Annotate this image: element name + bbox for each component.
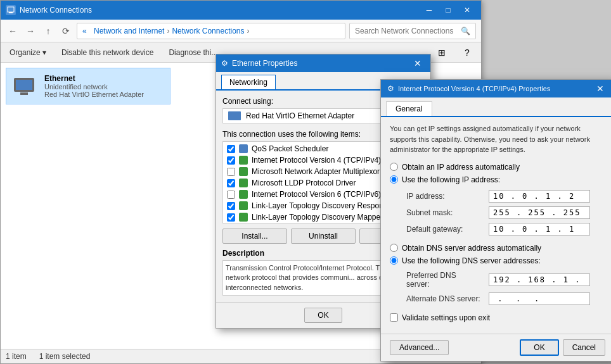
item-count: 1 item [6,352,27,361]
tcpip-close-button[interactable]: ✕ [593,82,608,95]
search-box[interactable]: 🔍 [349,23,476,39]
item-checkbox-ipv4[interactable] [227,156,235,165]
search-icon: 🔍 [461,27,470,35]
tcpip-icon: ⚙ [387,84,394,93]
subnet-mask-input[interactable] [489,206,590,219]
tcpip-ok-button[interactable]: OK [520,339,558,356]
disable-network-button[interactable]: Disable this network device [58,46,157,59]
use-dns-radio[interactable] [390,256,398,265]
install-button[interactable]: Install... [222,229,287,244]
dns-section: Obtain DNS server address automatically … [390,244,605,307]
eth-ok-button[interactable]: OK [304,308,342,323]
search-input[interactable] [355,27,457,35]
svg-rect-0 [8,7,14,12]
minimize-button[interactable]: ─ [420,4,438,16]
item-selected: 1 item selected [39,352,91,361]
obtain-dns-auto-label: Obtain DNS server address automatically [402,244,541,253]
use-dns-label: Use the following DNS server addresses: [402,256,541,265]
ip-address-input[interactable] [489,190,590,203]
dns-fields-table: Preferred DNS server: Alternate DNS serv… [402,269,611,307]
eth-dialog-close-button[interactable]: ✕ [410,57,425,70]
ip-address-label: IP address: [402,188,485,204]
window-title: Network Connections [20,6,92,15]
obtain-auto-radio[interactable] [390,163,398,171]
preferred-dns-label: Preferred DNS server: [402,269,485,291]
item-label-resp: Link-Layer Topology Discovery Responder [252,201,394,210]
tab-general[interactable]: General [386,101,432,116]
tcpip-content: You can get IP settings assigned automat… [381,117,611,334]
validate-checkbox[interactable] [390,313,398,322]
title-bar-left: Network Connections [6,5,92,15]
adapter-name: Ethernet [44,74,165,83]
address-bar: ← → ↑ ⟳ « Network and Internet › Network… [1,20,481,42]
window-title-bar: Network Connections ─ □ ✕ [1,1,481,20]
use-following-radio[interactable] [390,175,398,184]
adapter-icon [11,73,37,99]
item-label-lldp: Microsoft LLDP Protocol Driver [252,179,356,187]
tcpip-dialog: ⚙ Internet Protocol Version 4 (TCP/IPv4)… [380,79,611,361]
disable-label: Disable this network device [61,48,153,57]
breadcrumb-part2[interactable]: Network Connections [172,27,244,35]
default-gateway-input[interactable] [489,223,590,235]
item-checkbox-mapper[interactable] [227,213,235,222]
alternate-dns-input[interactable] [489,292,590,305]
tcpip-bottom-buttons: Advanced... OK Cancel [381,334,611,361]
item-icon-mapper [239,213,248,222]
validate-label: Validate settings upon exit [402,313,490,322]
breadcrumb[interactable]: « Network and Internet › Network Connect… [77,23,345,39]
help-button[interactable]: ? [458,44,476,61]
adapter-item[interactable]: Ethernet Unidentified network Red Hat Vi… [6,68,170,104]
item-icon-resp [239,201,248,210]
item-checkbox-resp[interactable] [227,202,235,210]
use-following-label: Use the following IP address: [402,175,500,184]
eth-dialog-title-bar: ⚙ Ethernet Properties ✕ [216,54,430,72]
tcpip-tab-strip: General [381,97,611,117]
refresh-button[interactable]: ⟳ [59,24,73,38]
item-icon-lldp [239,179,248,187]
up-button[interactable]: ↑ [41,24,55,38]
tcpip-title: Internet Protocol Version 4 (TCP/IPv4) P… [398,85,550,92]
tab-networking[interactable]: Networking [221,75,276,89]
obtain-auto-label: Obtain an IP address automatically [402,163,520,172]
uninstall-button[interactable]: Uninstall [291,229,356,244]
item-checkbox-lldp[interactable] [227,179,235,187]
monitor-icon [14,78,34,92]
item-label-qos: QoS Packet Scheduler [252,144,328,153]
tcpip-ok-cancel: OK Cancel [520,339,605,356]
advanced-button[interactable]: Advanced... [390,340,449,355]
alternate-dns-label: Alternate DNS server: [402,291,485,307]
use-following-radio-row[interactable]: Use the following IP address: [390,175,605,184]
view-icon-button[interactable]: ⊞ [433,44,451,61]
window-controls: ─ □ ✕ [420,4,476,16]
item-label-ipv4: Internet Protocol Version 4 (TCP/IPv4) [252,156,381,165]
breadcrumb-network: « [82,27,87,35]
close-button[interactable]: ✕ [458,4,476,16]
obtain-dns-auto-radio[interactable] [390,244,398,252]
adapter-display-name: Red Hat VirtIO Ethernet Adapter [246,111,354,120]
tcpip-cancel-button[interactable]: Cancel [563,339,605,356]
subnet-mask-label: Subnet mask: [402,204,485,221]
adapter-status: Unidentified network [44,83,165,91]
item-checkbox-mux[interactable] [227,168,235,176]
item-checkbox-qos[interactable] [227,145,235,153]
obtain-auto-radio-row[interactable]: Obtain an IP address automatically [390,163,605,172]
validate-row[interactable]: Validate settings upon exit [390,313,605,322]
preferred-dns-input[interactable] [489,273,590,286]
breadcrumb-part1[interactable]: Network and Internet [94,27,164,35]
adapter-info: Ethernet Unidentified network Red Hat Vi… [44,74,165,98]
forward-button[interactable]: → [23,24,37,38]
organize-button[interactable]: Organize ▾ [6,46,50,59]
item-icon-qos [239,144,248,153]
diagnose-button[interactable]: Diagnose thi... [165,46,221,59]
svg-rect-1 [9,12,13,13]
maximize-button[interactable]: □ [439,4,457,16]
window-icon [6,5,16,15]
item-checkbox-ipv6[interactable] [227,191,235,199]
obtain-dns-auto-radio-row[interactable]: Obtain DNS server address automatically [390,244,605,253]
back-button[interactable]: ← [6,24,20,38]
item-icon-mux [239,167,248,176]
diagnose-label: Diagnose thi... [169,48,217,57]
use-dns-radio-row[interactable]: Use the following DNS server addresses: [390,256,605,265]
item-icon-ipv4 [239,156,248,165]
tcpip-title-bar: ⚙ Internet Protocol Version 4 (TCP/IPv4)… [381,80,611,97]
